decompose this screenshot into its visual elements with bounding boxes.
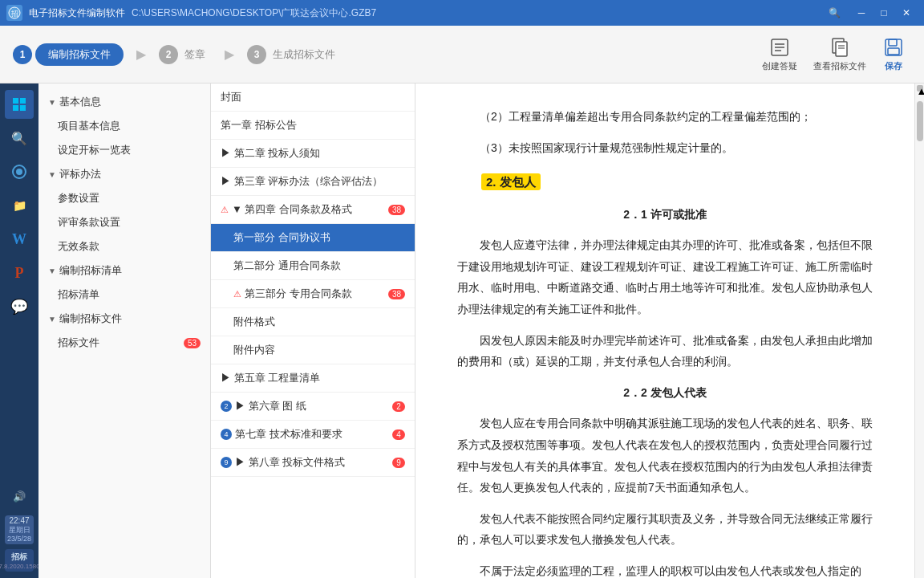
ch4-badge: 38 [388,205,405,215]
paragraph-2-2b: 发包人代表不能按照合同约定履行其职责及义务，并导致合同无法继续正常履行的，承包人… [457,508,873,551]
step-arrow-2: ▶ [225,47,234,62]
sidebar-group-bid-list[interactable]: ▼ 编制招标清单 [38,258,210,283]
status-bar-app: 招标 7.8.2020.1580 [5,549,34,572]
ch6-badge: 2 [392,401,405,412]
left-sidebar: ▼ 基本信息 项目基本信息 设定开标一览表 ▼ 评标办法 参数设置 评审条款设置… [38,83,211,578]
step-2[interactable]: 2 签章 [159,43,212,66]
app-icon: 招 [6,5,22,21]
paragraph-2-2a: 发包人应在专用合同条款中明确其派驻施工现场的发包人代表的姓名、职务、联系方式及授… [457,413,873,498]
section-2-highlight: 2. 发包人 [481,173,541,190]
ch7-num-icon: 4 [221,429,232,440]
heading-2-2: 2．2 发包人代表 [457,382,873,404]
close-button[interactable]: ✕ [895,5,918,21]
cortana-icon[interactable] [5,157,34,186]
save-button[interactable]: 保存 [882,36,905,72]
powerpoint-icon[interactable]: P [5,258,34,287]
step-2-label: 签章 [178,43,212,66]
svg-rect-7 [836,42,847,56]
sidebar-item-project-info[interactable]: 项目基本信息 [38,114,210,138]
search-sidebar-icon[interactable]: 🔍 [5,124,34,153]
sidebar-group-basic-info-label: 基本信息 [59,95,101,109]
save-icon [882,36,905,59]
app-name-status: 招标 [0,552,40,563]
middle-item-ch8[interactable]: 9 ▶ 第八章 投标文件格式 9 [211,449,415,477]
middle-item-appendix-format[interactable]: 附件格式 [211,308,415,336]
middle-item-part3[interactable]: ⚠ 第三部分 专用合同条款 38 [211,280,415,308]
ch6-label: ▶ 第六章 图 纸 [235,399,306,413]
step-navigation: 1 编制招标文件 ▶ 2 签章 ▶ 3 生成招标文件 [13,43,762,66]
sidebar-group-basic-info[interactable]: ▼ 基本信息 [38,90,210,114]
middle-item-part1[interactable]: 第一部分 合同协议书 [211,224,415,252]
maximize-button[interactable]: □ [873,5,895,21]
save-label: 保存 [885,60,902,72]
middle-item-part2[interactable]: 第二部分 通用合同条款 [211,252,415,280]
svg-rect-14 [20,98,26,104]
word-icon[interactable]: W [5,225,34,254]
middle-item-ch2[interactable]: ▶ 第二章 投标人须知 [211,140,415,168]
step-3[interactable]: 3 生成招标文件 [247,43,342,66]
arrow-icon: ▼ [48,98,56,107]
sidebar-group-evaluation[interactable]: ▼ 评标办法 [38,162,210,186]
version-status: 7.8.2020.1580 [0,563,40,570]
date-display: 23/5/28 [7,535,31,543]
svg-rect-15 [13,105,18,111]
view-bid-button[interactable]: 查看招标文件 [813,36,866,72]
step-1[interactable]: 1 编制招标文件 [13,43,124,66]
heading-2-1: 2．1 许可或批准 [457,204,873,226]
scroll-thumb[interactable] [917,101,923,141]
scroll-up-arrow[interactable]: ▲ [917,85,923,92]
sidebar-group-bid-list-label: 编制招标清单 [59,263,122,278]
middle-item-appendix-content[interactable]: 附件内容 [211,336,415,364]
content-area: （2）工程量清单偏差超出专用合同条款约定的工程量偏差范围的； （3）未按照国家现… [415,83,914,578]
step-1-label: 编制招标文件 [35,43,124,66]
file-path: C:\USERS\MACHONG\DESKTOP\广联达会议中心.GZB7 [132,6,376,20]
folder-icon[interactable]: 📁 [5,191,34,220]
time-display: 22:47 [7,516,31,526]
sidebar-item-bid-file-label: 招标文件 [58,336,99,350]
middle-item-ch5[interactable]: ▶ 第五章 工程量清单 [211,364,415,393]
volume-icon[interactable]: 🔊 [5,482,34,511]
create-qa-button[interactable]: 创建答疑 [762,36,797,72]
sidebar-item-bid-file[interactable]: 招标文件 53 [38,331,210,355]
ch7-label: 第七章 技术标准和要求 [235,427,342,442]
view-bid-label: 查看招标文件 [813,60,866,72]
step-1-circle: 1 [13,45,32,64]
middle-item-ch6[interactable]: 2 ▶ 第六章 图 纸 2 [211,393,415,421]
windows-start-icon[interactable] [5,90,34,119]
minimize-button[interactable]: ─ [850,5,873,21]
ch8-badge: 9 [392,458,405,468]
sidebar-item-invalid-clause[interactable]: 无效条款 [38,234,210,258]
sidebar-item-bid-overview[interactable]: 设定开标一览表 [38,138,210,162]
ch8-num-icon: 9 [221,457,232,468]
scrollbar[interactable]: ▲ [914,83,924,578]
paragraph-2-1b: 因发包人原因未能及时办理完毕前述许可、批准或备案，由发包人承担由此增加的费用和（… [457,330,873,372]
search-icon[interactable]: 🔍 [829,7,841,18]
middle-item-ch7[interactable]: 4 第七章 技术标准和要求 4 [211,421,415,449]
paragraph-2-2c: 不属于法定必须监理的工程，监理人的职权可以由发包人代表或发包人指定的 [457,560,873,578]
ch4-label: ▼ 第四章 合同条款及格式 [232,202,352,217]
middle-item-ch3[interactable]: ▶ 第三章 评标办法（综合评估法） [211,168,415,196]
app-title: 电子招标文件编制软件 [29,6,125,20]
arrow-icon-eval: ▼ [48,170,56,179]
ch8-label: ▶ 第八章 投标文件格式 [235,455,345,470]
day-display: 星期日 [7,526,31,535]
middle-item-ch1[interactable]: 第一章 招标公告 [211,112,415,140]
step-3-label: 生成招标文件 [266,43,342,66]
sidebar-item-param-settings[interactable]: 参数设置 [38,186,210,210]
svg-rect-11 [889,39,897,46]
ch6-num-icon: 2 [221,401,232,412]
sidebar-item-bid-inventory[interactable]: 招标清单 [38,283,210,307]
paragraph-2: （3）未按照国家现行计量规范强制性规定计量的。 [457,137,873,159]
middle-item-ch4[interactable]: ⚠ ▼ 第四章 合同条款及格式 38 [211,196,415,224]
svg-point-18 [16,169,22,175]
sidebar-group-bid-docs[interactable]: ▼ 编制招标文件 [38,307,210,331]
step-2-circle: 2 [159,45,178,64]
arrow-icon-biddocs: ▼ [48,315,56,324]
section-2-header: 2. 发包人 [457,171,873,194]
part3-badge: 38 [388,289,405,299]
wechat-icon[interactable]: 💬 [5,292,34,321]
sidebar-item-review-clause[interactable]: 评审条款设置 [38,210,210,234]
middle-item-cover[interactable]: 封面 [211,83,415,112]
middle-panel: 封面 第一章 招标公告 ▶ 第二章 投标人须知 ▶ 第三章 评标办法（综合评估法… [211,83,415,578]
bid-file-badge: 53 [184,338,201,348]
